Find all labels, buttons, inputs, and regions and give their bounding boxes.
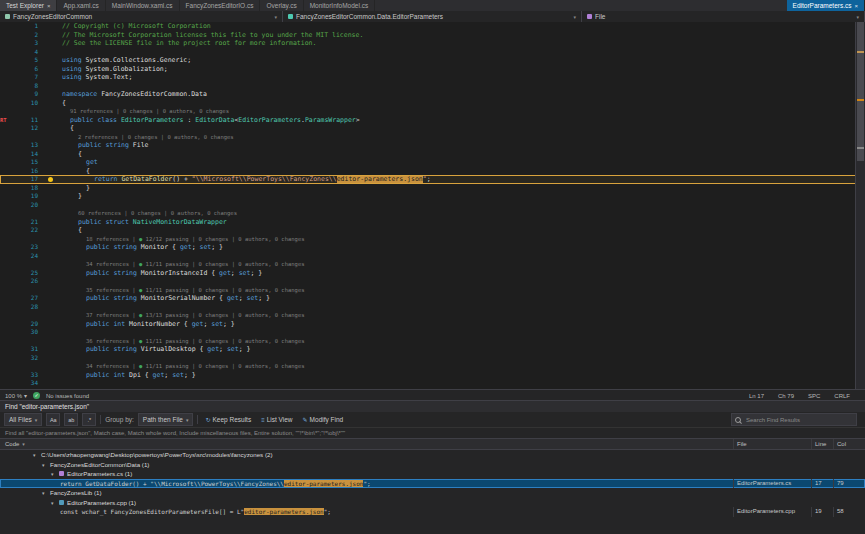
column-header-file[interactable]: File (733, 439, 811, 449)
health-status[interactable]: No issues found (46, 393, 89, 399)
code-filter-dropdown[interactable]: Code ▾ (0, 439, 25, 449)
gutter-glyph[interactable] (0, 294, 12, 303)
gutter-glyph[interactable] (0, 31, 12, 40)
gutter-glyph[interactable] (0, 354, 12, 363)
member-dropdown[interactable]: File ▾ (582, 11, 865, 22)
tab-overlay-cs[interactable]: Overlay.cs (260, 0, 303, 11)
regex-icon[interactable]: .* (82, 413, 96, 426)
zoom-control[interactable]: 100 % ▾ (5, 392, 27, 399)
code-line[interactable]: 24 (0, 252, 865, 261)
code-line[interactable]: 17return GetDataFolder() + "\\Microsoft\… (0, 175, 865, 184)
code-line[interactable]: 28 (0, 303, 865, 312)
gutter-glyph[interactable] (0, 107, 12, 116)
gutter-glyph[interactable] (0, 286, 12, 295)
test-status-badge[interactable]: RT (0, 116, 12, 125)
gutter-glyph[interactable] (0, 337, 12, 346)
code-line[interactable]: 10{ (0, 99, 865, 108)
gutter-glyph[interactable] (0, 311, 12, 320)
gutter-glyph[interactable] (0, 303, 12, 312)
gutter-glyph[interactable] (0, 269, 12, 278)
gutter-glyph[interactable] (0, 167, 12, 176)
codelens-row[interactable]: 91 references | 0 changes | 0 authors, 0… (0, 107, 865, 116)
code-line[interactable]: 27public string MonitorSerialNumber { ge… (0, 294, 865, 303)
gutter-glyph[interactable] (0, 39, 12, 48)
gutter-glyph[interactable] (0, 320, 12, 329)
code-line[interactable]: 21public struct NativeMonitorDataWrapper (0, 218, 865, 227)
search-input[interactable] (744, 416, 853, 424)
close-icon[interactable]: × (854, 3, 858, 9)
gutter-glyph[interactable] (0, 218, 12, 227)
gutter-glyph[interactable] (0, 192, 12, 201)
find-group-row[interactable]: ▾C:\Users\zhaopengwang\Desktop\powertoys… (0, 450, 865, 460)
code-line[interactable]: 7using System.Text; (0, 73, 865, 82)
gutter-glyph[interactable] (0, 260, 12, 269)
type-dropdown[interactable]: FancyZonesEditorCommon.Data.EditorParame… (283, 11, 582, 22)
find-result-row[interactable]: return GetDataFolder() + "\\Microsoft\\P… (0, 479, 865, 489)
gutter-glyph[interactable] (0, 345, 12, 354)
gutter-glyph[interactable] (0, 82, 12, 91)
code-line[interactable]: 20 (0, 201, 865, 210)
list-view-button[interactable]: ≡ List View (258, 414, 295, 425)
gutter-glyph[interactable] (0, 235, 12, 244)
gutter-glyph[interactable] (0, 158, 12, 167)
tab-test-explorer[interactable]: Test Explorer× (0, 0, 57, 11)
gutter-glyph[interactable] (0, 362, 12, 371)
code-line[interactable]: 6using System.Globalization; (0, 65, 865, 74)
code-line[interactable]: 33public int Dpi { get; set; } (0, 371, 865, 380)
gutter-glyph[interactable] (0, 252, 12, 261)
gutter-glyph[interactable] (0, 133, 12, 142)
code-line[interactable]: RT11public class EditorParameters : Edit… (0, 116, 865, 125)
code-line[interactable]: 14{ (0, 150, 865, 159)
column-header-col[interactable]: Col (833, 439, 859, 449)
code-editor[interactable]: 1// Copyright (c) Microsoft Corporation2… (0, 22, 865, 389)
codelens-row[interactable]: 34 references | ● 11/11 passing | 0 chan… (0, 362, 865, 371)
modify-find-button[interactable]: ✎ Modify Find (300, 414, 347, 425)
code-line[interactable]: 34 (0, 379, 865, 388)
gutter-glyph[interactable] (0, 99, 12, 108)
codelens-row[interactable]: 34 references | ● 11/11 passing | 0 chan… (0, 260, 865, 269)
code-line[interactable]: 3// See the LICENSE file in the project … (0, 39, 865, 48)
code-line[interactable]: 30 (0, 328, 865, 337)
code-line[interactable]: 18} (0, 184, 865, 193)
code-line[interactable]: 12{ (0, 124, 865, 133)
codelens-row[interactable]: 35 references | ● 11/11 passing | 0 chan… (0, 286, 865, 295)
gutter-glyph[interactable] (0, 328, 12, 337)
code-line[interactable]: 32 (0, 354, 865, 363)
gutter-glyph[interactable] (0, 243, 12, 252)
find-group-row[interactable]: ▾EditorParameters.cs (1) (0, 469, 865, 479)
code-line[interactable]: 31public string VirtualDesktop { get; se… (0, 345, 865, 354)
code-line[interactable]: 9namespace FancyZonesEditorCommon.Data (0, 90, 865, 99)
code-line[interactable]: 13public string File (0, 141, 865, 150)
lightbulb-icon[interactable] (48, 177, 53, 182)
scrollbar-thumb[interactable] (857, 22, 864, 161)
code-line[interactable]: 1// Copyright (c) Microsoft Corporation (0, 22, 865, 31)
codelens-row[interactable]: 18 references | ● 12/12 passing | 0 chan… (0, 235, 865, 244)
gutter-glyph[interactable] (0, 379, 12, 388)
whole-word-icon[interactable]: ab (64, 413, 78, 426)
find-result-row[interactable]: const wchar_t FancyZonesEditorParameters… (0, 507, 865, 517)
gutter-glyph[interactable] (0, 56, 12, 65)
gutter-glyph[interactable] (0, 371, 12, 380)
code-line[interactable]: 22{ (0, 226, 865, 235)
close-icon[interactable]: × (47, 3, 51, 9)
code-line[interactable]: 4 (0, 48, 865, 57)
gutter-glyph[interactable] (0, 277, 12, 286)
keep-results-button[interactable]: ↻ Keep Results (202, 414, 254, 425)
gutter-glyph[interactable] (0, 201, 12, 210)
codelens-row[interactable]: 60 references | 0 changes | 0 authors, 0… (0, 209, 865, 218)
find-group-row[interactable]: ▾FancyZonesEditorCommon\Data (1) (0, 460, 865, 470)
code-line[interactable]: 23public string Monitor { get; set; } (0, 243, 865, 252)
gutter-glyph[interactable] (0, 22, 12, 31)
code-line[interactable]: 26 (0, 277, 865, 286)
code-line[interactable]: 15get (0, 158, 865, 167)
find-group-row[interactable]: ▾FancyZonesLib (1) (0, 488, 865, 498)
group-by-dropdown[interactable]: Path then File ▾ (138, 413, 194, 426)
code-line[interactable]: 5using System.Collections.Generic; (0, 56, 865, 65)
gutter-glyph[interactable] (0, 48, 12, 57)
gutter-glyph[interactable] (0, 90, 12, 99)
code-line[interactable]: 16{ (0, 167, 865, 176)
tab-fancyzoneseditorio-cs[interactable]: FancyZonesEditorIO.cs (180, 0, 261, 11)
editor-vscrollbar[interactable] (855, 22, 865, 389)
code-line[interactable]: 2// The Microsoft Corporation licenses t… (0, 31, 865, 40)
column-header-line[interactable]: Line (811, 439, 833, 449)
